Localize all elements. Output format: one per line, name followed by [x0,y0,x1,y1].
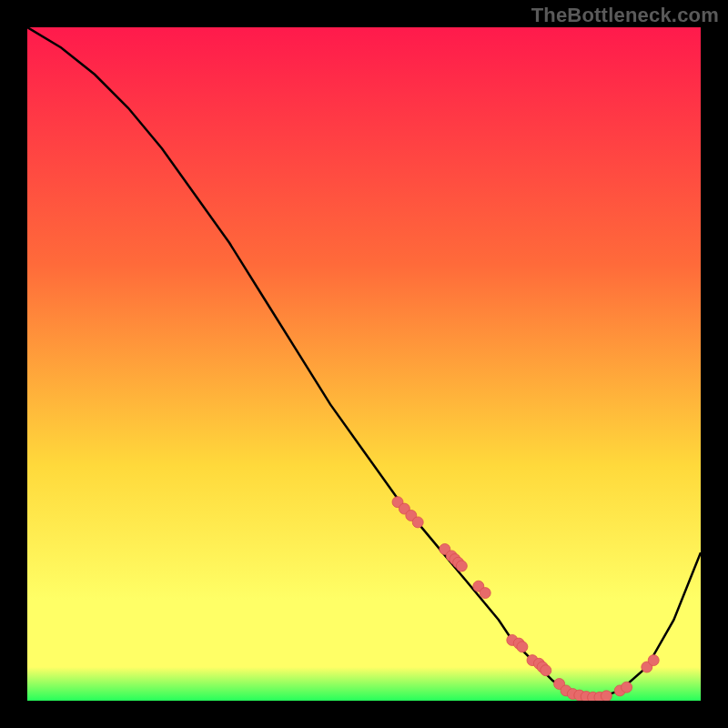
gradient-background [27,27,701,701]
chart-svg [27,27,701,701]
data-point [456,561,467,571]
data-point [601,691,612,701]
chart-plot [27,27,701,701]
data-point [480,588,490,599]
data-point [517,642,528,652]
data-point [648,655,659,666]
data-point [412,517,423,528]
chart-stage: TheBottleneck.com [0,0,728,728]
data-point [622,682,632,693]
data-point [541,665,551,676]
watermark-label: TheBottleneck.com [531,4,719,27]
